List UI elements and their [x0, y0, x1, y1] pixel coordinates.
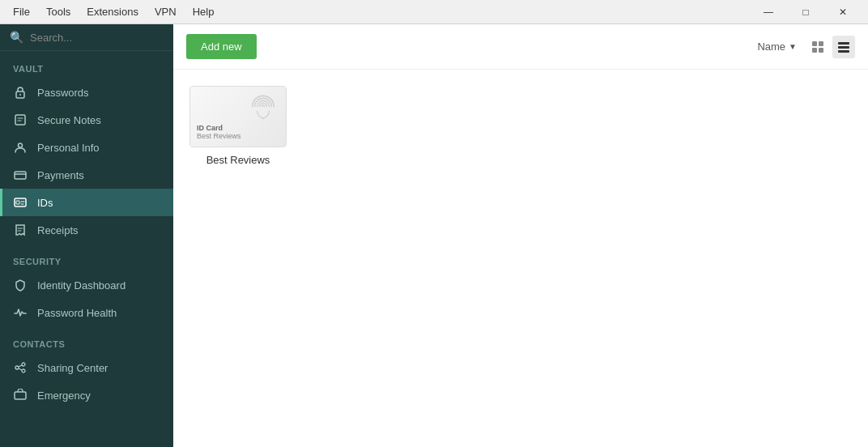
svg-rect-6	[16, 201, 19, 204]
app-body: 🔍 VAULT Passwords Secure Note	[0, 24, 868, 447]
sidebar-item-label: Sharing Center	[37, 362, 108, 374]
sharing-icon	[13, 360, 28, 375]
vault-section-label: VAULT	[0, 51, 173, 79]
sidebar-item-label: Payments	[37, 169, 84, 181]
sidebar-item-label: Identity Dashboard	[37, 279, 126, 292]
toolbar-right: Name ▼	[757, 36, 855, 58]
shield-icon	[13, 278, 28, 292]
svg-rect-16	[838, 46, 849, 49]
menu-file[interactable]: File	[6, 4, 36, 19]
sidebar-item-label: Personal Info	[37, 142, 100, 154]
content-area: ID Card Best Reviews Best Reviews	[173, 70, 868, 447]
svg-rect-13	[812, 48, 817, 53]
sidebar-item-label: IDs	[37, 197, 53, 209]
svg-rect-14	[819, 48, 823, 53]
list-item[interactable]: ID Card Best Reviews Best Reviews	[189, 86, 287, 166]
lock-icon	[13, 85, 28, 100]
main-content: Add new Name ▼	[173, 24, 868, 447]
sidebar-item-label: Secure Notes	[37, 114, 101, 126]
search-bar: 🔍	[0, 24, 173, 51]
menu-help[interactable]: Help	[186, 4, 221, 19]
svg-point-9	[22, 369, 25, 372]
contacts-section-label: CONTACTS	[0, 326, 173, 354]
svg-rect-4	[15, 172, 26, 179]
security-section-label: SECURITY	[0, 244, 173, 271]
svg-point-7	[15, 366, 19, 369]
id-card-inner: ID Card Best Reviews	[190, 87, 286, 147]
sidebar-item-label: Password Health	[37, 307, 117, 319]
menu-bar: File Tools Extensions VPN Help	[6, 4, 220, 19]
note-icon	[13, 113, 28, 127]
id-card-name: Best Reviews	[197, 132, 241, 140]
chevron-down-icon: ▼	[789, 42, 797, 51]
title-bar: File Tools Extensions VPN Help — □ ✕	[0, 0, 868, 24]
menu-extensions[interactable]: Extensions	[80, 4, 145, 19]
svg-rect-15	[838, 42, 849, 45]
emergency-icon	[13, 388, 28, 402]
sidebar-item-label: Receipts	[37, 224, 79, 236]
fingerprint-icon	[245, 90, 281, 126]
svg-point-3	[19, 143, 23, 147]
sidebar-item-personal-info[interactable]: Personal Info	[0, 134, 173, 161]
sidebar-item-payments[interactable]: Payments	[0, 161, 173, 189]
person-icon	[13, 140, 28, 155]
sidebar-item-ids[interactable]: IDs	[0, 189, 173, 216]
sidebar-item-label: Emergency	[37, 390, 91, 402]
receipt-icon	[13, 223, 28, 237]
sidebar-item-receipts[interactable]: Receipts	[0, 216, 173, 244]
menu-vpn[interactable]: VPN	[148, 4, 183, 19]
svg-rect-10	[15, 392, 26, 399]
search-icon: 🔍	[10, 31, 23, 44]
id-card-type: ID Card	[197, 124, 241, 132]
view-toggle	[806, 36, 855, 58]
id-card-thumbnail: ID Card Best Reviews	[189, 86, 287, 147]
window-controls: — □ ✕	[750, 0, 862, 24]
minimize-button[interactable]: —	[750, 0, 787, 24]
id-card-title: Best Reviews	[206, 154, 270, 166]
menu-tools[interactable]: Tools	[40, 4, 77, 19]
id-card-labels: ID Card Best Reviews	[197, 124, 241, 140]
activity-icon	[13, 305, 28, 320]
sidebar-item-emergency[interactable]: Emergency	[0, 381, 173, 409]
close-button[interactable]: ✕	[824, 0, 862, 24]
sidebar-item-secure-notes[interactable]: Secure Notes	[0, 106, 173, 134]
svg-rect-12	[819, 41, 823, 46]
sidebar-item-label: Passwords	[37, 87, 89, 99]
svg-rect-11	[812, 41, 817, 46]
grid-view-button[interactable]	[806, 36, 829, 58]
svg-point-1	[19, 94, 21, 96]
sidebar-item-identity-dashboard[interactable]: Identity Dashboard	[0, 271, 173, 299]
svg-rect-2	[15, 115, 25, 125]
add-new-button[interactable]: Add new	[186, 34, 257, 59]
sidebar-item-sharing-center[interactable]: Sharing Center	[0, 354, 173, 381]
maximize-button[interactable]: □	[787, 0, 824, 24]
id-icon	[13, 195, 28, 210]
sort-control[interactable]: Name ▼	[757, 40, 797, 53]
sidebar-item-password-health[interactable]: Password Health	[0, 299, 173, 326]
svg-point-8	[22, 363, 25, 366]
card-icon	[13, 168, 28, 182]
sort-label: Name	[757, 40, 785, 53]
sidebar-item-passwords[interactable]: Passwords	[0, 79, 173, 106]
toolbar: Add new Name ▼	[173, 24, 868, 70]
list-view-button[interactable]	[832, 36, 855, 58]
svg-rect-17	[838, 50, 849, 53]
search-input[interactable]	[30, 32, 164, 44]
sidebar: 🔍 VAULT Passwords Secure Note	[0, 24, 173, 447]
